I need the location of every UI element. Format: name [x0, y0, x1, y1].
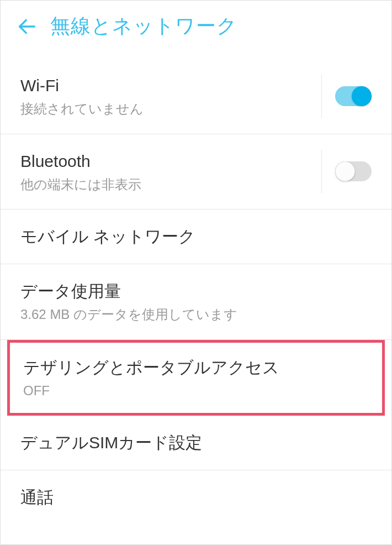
data-usage-subtitle: 3.62 MB のデータを使用しています — [20, 305, 372, 324]
page-header: 無線とネットワーク — [1, 1, 391, 53]
mobile-network-title: モバイル ネットワーク — [20, 225, 372, 248]
setting-item-bluetooth[interactable]: Bluetooth 他の端末には非表示 — [1, 134, 391, 210]
setting-item-wifi[interactable]: Wi-Fi 接続されていません — [1, 53, 391, 134]
wifi-title: Wi-Fi — [20, 74, 321, 97]
setting-item-call[interactable]: 通話 — [1, 470, 391, 525]
settings-list: Wi-Fi 接続されていません Bluetooth 他の端末には非表示 モバイル… — [1, 53, 391, 525]
tethering-subtitle: OFF — [23, 381, 369, 400]
toggle-thumb — [352, 86, 372, 106]
setting-text: データ使用量 3.62 MB のデータを使用しています — [20, 280, 372, 324]
setting-text: 通話 — [20, 486, 372, 509]
setting-text: モバイル ネットワーク — [20, 225, 372, 248]
page-title: 無線とネットワーク — [50, 13, 237, 40]
back-arrow-icon[interactable] — [16, 15, 38, 38]
toggle-thumb — [335, 161, 355, 181]
setting-item-dual-sim[interactable]: デュアルSIMカード設定 — [1, 416, 391, 470]
setting-item-mobile-network[interactable]: モバイル ネットワーク — [1, 209, 391, 264]
setting-text: テザリングとポータブルアクセス OFF — [23, 356, 369, 400]
tethering-title: テザリングとポータブルアクセス — [23, 356, 369, 379]
bluetooth-toggle[interactable] — [335, 161, 372, 181]
data-usage-title: データ使用量 — [20, 280, 372, 303]
setting-text: Wi-Fi 接続されていません — [20, 74, 321, 118]
setting-item-data-usage[interactable]: データ使用量 3.62 MB のデータを使用しています — [1, 264, 391, 340]
wifi-toggle[interactable] — [335, 86, 372, 106]
dual-sim-title: デュアルSIMカード設定 — [20, 431, 372, 454]
tethering-highlight: テザリングとポータブルアクセス OFF — [7, 340, 385, 416]
wifi-subtitle: 接続されていません — [20, 99, 321, 118]
bluetooth-title: Bluetooth — [20, 150, 321, 173]
bluetooth-subtitle: 他の端末には非表示 — [20, 175, 321, 194]
call-title: 通話 — [20, 486, 372, 509]
bluetooth-toggle-container — [321, 150, 372, 194]
setting-item-tethering[interactable]: テザリングとポータブルアクセス OFF — [10, 343, 382, 413]
setting-text: Bluetooth 他の端末には非表示 — [20, 150, 321, 194]
setting-text: デュアルSIMカード設定 — [20, 431, 372, 454]
wifi-toggle-container — [321, 74, 372, 118]
